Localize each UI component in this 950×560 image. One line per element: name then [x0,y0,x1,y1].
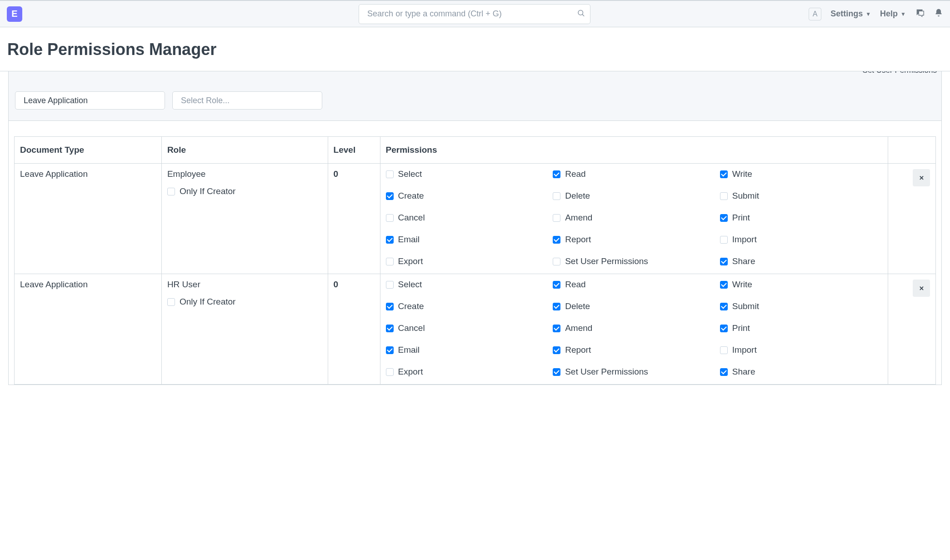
page-title: Role Permissions Manager [7,40,943,59]
close-icon: ✕ [919,285,924,292]
perm-checkbox[interactable] [553,236,560,244]
perm-label: Select [398,169,422,179]
perm-label: Submit [732,191,759,201]
page-head: Role Permissions Manager [0,27,950,71]
perm-checkbox[interactable] [386,258,394,265]
role-name: Employee [167,169,322,179]
perm-item: Write [720,169,883,179]
perm-checkbox[interactable] [386,214,394,222]
perm-label: Create [398,301,424,311]
perm-item: Print [720,213,883,223]
cell-doctype: Leave Application [15,274,162,385]
only-if-creator-label: Only If Creator [180,297,236,307]
perm-checkbox[interactable] [720,303,728,310]
perm-checkbox[interactable] [720,368,728,376]
perm-checkbox[interactable] [553,346,560,354]
perm-checkbox[interactable] [720,281,728,289]
app-logo-letter: E [11,9,17,19]
th-level: Level [328,137,380,164]
perm-label: Print [732,213,750,223]
perm-checkbox[interactable] [553,303,560,310]
cell-permissions: SelectReadWriteCreateDeleteSubmitCancelA… [380,164,888,274]
perm-item: Share [720,367,883,377]
chat-icon[interactable] [915,8,925,20]
perm-checkbox[interactable] [553,170,560,178]
perm-checkbox[interactable] [720,170,728,178]
only-if-creator-checkbox[interactable] [167,298,175,306]
perm-checkbox[interactable] [553,325,560,332]
perm-checkbox[interactable] [386,192,394,200]
perm-checkbox[interactable] [386,346,394,354]
delete-row-button[interactable]: ✕ [913,280,930,297]
perm-checkbox[interactable] [386,303,394,310]
search-icon[interactable] [577,9,585,19]
settings-label: Settings [830,9,863,19]
top-navbar: E A Settings ▼ Help ▼ [0,0,950,27]
perm-checkbox[interactable] [720,192,728,200]
perm-item: Email [386,235,549,245]
perm-label: Set User Permissions [565,367,648,377]
perm-item: Amend [553,213,715,223]
perm-item: Export [386,256,549,266]
search-input[interactable] [359,4,590,24]
perm-label: Share [732,256,755,266]
perm-label: Read [565,169,585,179]
perm-checkbox[interactable] [386,170,394,178]
perm-label: Email [398,345,420,355]
cell-level: 0 [328,164,380,274]
role-filter[interactable]: Select Role... [172,91,322,110]
perm-item: Read [553,169,715,179]
perm-item: Amend [553,323,715,333]
bell-icon[interactable] [934,8,943,20]
cell-role: HR UserOnly If Creator [161,274,328,385]
perm-checkbox[interactable] [386,325,394,332]
doctype-filter[interactable]: Leave Application [15,91,165,110]
navbar-center [22,4,809,24]
permissions-table: Document Type Role Level Permissions Lea… [14,136,936,385]
role-name: HR User [167,280,322,290]
perm-label: Email [398,235,420,245]
perm-checkbox[interactable] [553,192,560,200]
help-menu[interactable]: Help ▼ [880,9,906,19]
perm-label: Report [565,345,591,355]
perm-label: Read [565,280,585,290]
perm-checkbox[interactable] [553,368,560,376]
close-icon: ✕ [919,175,924,181]
only-if-creator-checkbox[interactable] [167,188,175,195]
set-user-permissions-button[interactable]: Set User Permissions [863,71,937,80]
perm-item: Cancel [386,213,549,223]
perm-checkbox[interactable] [553,281,560,289]
perm-checkbox[interactable] [720,236,728,244]
perm-label: Import [732,235,757,245]
perm-item: Cancel [386,323,549,333]
th-permissions: Permissions [380,137,888,164]
filter-row: Leave Application Select Role... [9,80,941,121]
cell-actions: ✕ [888,164,936,274]
doctype-filter-value: Leave Application [24,96,88,105]
perm-label: Amend [565,323,592,333]
perm-checkbox[interactable] [720,214,728,222]
perm-item: Read [553,280,715,290]
perm-checkbox[interactable] [386,281,394,289]
perm-checkbox[interactable] [720,346,728,354]
perm-label: Set User Permissions [565,256,648,266]
role-filter-placeholder: Select Role... [181,96,230,105]
settings-menu[interactable]: Settings ▼ [830,9,871,19]
only-if-creator-row: Only If Creator [167,186,322,196]
form-panel: Set User Permissions Leave Application S… [8,71,942,385]
perm-checkbox[interactable] [386,236,394,244]
perm-checkbox[interactable] [553,258,560,265]
perm-checkbox[interactable] [720,258,728,265]
perm-checkbox[interactable] [386,368,394,376]
perm-item: Import [720,235,883,245]
perm-item: Import [720,345,883,355]
content: Set User Permissions Leave Application S… [0,71,950,385]
avatar[interactable]: A [809,8,821,20]
cell-level: 0 [328,274,380,385]
delete-row-button[interactable]: ✕ [913,169,930,186]
perm-checkbox[interactable] [720,325,728,332]
perm-item: Report [553,235,715,245]
help-label: Help [880,9,898,19]
app-logo[interactable]: E [7,6,22,22]
perm-checkbox[interactable] [553,214,560,222]
